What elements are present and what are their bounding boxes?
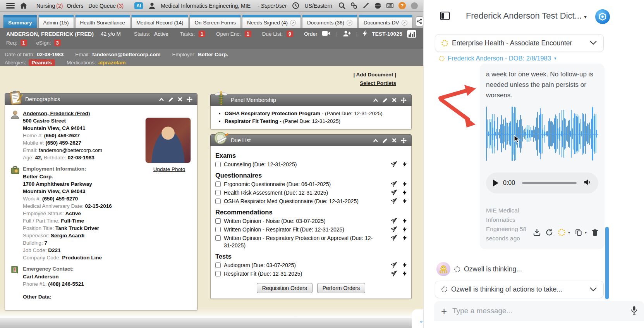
chart-tab[interactable]: Admin (15) ↗ (38, 15, 74, 28)
assistant-patient-label[interactable]: Frederick Anderson - DOB: 2/8/1983 (448, 55, 551, 62)
refresh-icon[interactable] (546, 229, 553, 236)
collapse-icon[interactable] (373, 138, 378, 143)
add-person-icon[interactable] (343, 31, 351, 38)
assistant-patient-selector[interactable]: Frederick Anderson - DOB: 2/8/1983 ▾ (439, 55, 556, 62)
allergy-badge[interactable]: Peanuts (29, 59, 55, 66)
conversation-title[interactable]: Frederick Anderson Test Dict...▾ (460, 11, 592, 21)
due-item-checkbox[interactable] (215, 162, 221, 167)
title-caret-icon[interactable]: ▾ (584, 14, 587, 20)
due-item-checkbox[interactable] (215, 271, 221, 276)
send-order-icon[interactable] (391, 262, 397, 268)
open-enc-count-badge[interactable]: 1 (245, 31, 251, 37)
download-icon[interactable] (533, 229, 541, 236)
link-icon[interactable] (350, 2, 357, 9)
chart-tab[interactable]: Documents-DV ↗ (359, 15, 412, 28)
send-order-icon[interactable] (391, 271, 397, 276)
move-icon[interactable] (401, 97, 407, 103)
copy-icon[interactable] (575, 229, 582, 236)
esign-count-badge[interactable]: 3 (54, 40, 61, 46)
flowsheet-icon[interactable] (407, 30, 416, 38)
video-call-icon[interactable] (322, 31, 331, 37)
popout-icon[interactable]: ↗ (290, 20, 296, 26)
chart-tab[interactable]: On Screen Forms ↗ (189, 15, 241, 28)
organization-label[interactable]: Medical Informatics Engineering, MIE (161, 3, 251, 9)
medication-link[interactable]: alprazolam (98, 60, 126, 66)
top-nav-item[interactable]: Orders (67, 3, 84, 9)
bolt-icon[interactable] (363, 30, 367, 38)
audio-waveform[interactable] (486, 107, 598, 161)
wand-icon[interactable] (362, 2, 369, 9)
actions-chevron-icon[interactable] (589, 285, 597, 293)
due-item-checkbox[interactable] (215, 218, 221, 224)
chart-tab[interactable]: Health Surveillance ↗ (75, 15, 130, 28)
due-item-checkbox[interactable] (215, 262, 221, 268)
play-button[interactable] (493, 180, 498, 186)
chart-tab[interactable]: Needs Signed (4) ↗ (242, 15, 301, 28)
assistant-scrollbar[interactable] (605, 227, 609, 299)
perform-order-icon[interactable] (403, 198, 407, 204)
send-order-icon[interactable] (391, 190, 397, 195)
requisition-orders-button[interactable]: Requisition Orders (257, 283, 313, 293)
edit-icon[interactable] (383, 98, 388, 103)
copy-caret-icon[interactable]: ▾ (585, 230, 587, 235)
audio-progress-slider[interactable] (522, 182, 577, 184)
tab-settings-icon[interactable] (416, 16, 423, 26)
order-link[interactable]: Order (304, 31, 318, 37)
help-icon[interactable]: ? (398, 2, 406, 9)
gear-menu-icon[interactable] (558, 229, 565, 236)
patient-name-link[interactable]: Anderson, Frederick (Fred) (23, 110, 90, 116)
timezone-label[interactable]: US/Eastern (304, 3, 332, 9)
send-order-icon[interactable] (391, 235, 397, 241)
update-photo-link[interactable]: Update Photo (153, 166, 185, 173)
due-item-checkbox[interactable] (215, 190, 221, 195)
due-list-count-badge[interactable]: 9 (287, 31, 293, 37)
edit-icon[interactable] (168, 97, 173, 102)
popout-icon[interactable]: ↗ (402, 20, 407, 26)
perform-order-icon[interactable] (403, 235, 407, 241)
due-item-checkbox[interactable] (215, 235, 221, 241)
patient-caret-icon[interactable]: ▾ (554, 56, 556, 61)
keyboard-icon[interactable] (386, 2, 393, 9)
encounter-selector[interactable]: Enterprise Health - Associate Encounter (435, 34, 604, 52)
tasks-count-badge[interactable]: 1 (199, 31, 205, 37)
perform-order-icon[interactable] (403, 226, 407, 232)
message-input[interactable] (452, 307, 625, 315)
send-order-icon[interactable] (391, 218, 397, 224)
due-item-checkbox[interactable] (215, 181, 221, 187)
close-icon[interactable] (178, 97, 182, 102)
due-item-checkbox[interactable] (215, 227, 221, 232)
microphone-icon[interactable] (631, 306, 637, 316)
send-order-icon[interactable] (391, 226, 397, 232)
home-icon[interactable] (20, 2, 27, 9)
top-nav-item[interactable]: Doc Queue (3) (88, 3, 124, 9)
due-item-checkbox[interactable] (215, 199, 221, 204)
perform-order-icon[interactable] (403, 218, 407, 224)
add-document-link[interactable]: Add Document (356, 72, 393, 78)
ai-badge[interactable]: AI (134, 2, 143, 9)
perform-orders-button[interactable]: Perform Orders (317, 283, 365, 293)
close-icon[interactable] (392, 98, 397, 102)
close-icon[interactable] (392, 138, 397, 143)
popout-icon[interactable]: ↗ (347, 20, 352, 26)
search-icon[interactable] (338, 2, 345, 9)
req-count-badge[interactable]: 1 (21, 40, 27, 46)
perform-order-icon[interactable] (403, 262, 407, 268)
perform-order-icon[interactable] (403, 181, 407, 187)
chart-tab[interactable]: Documents (36) ↗ (302, 15, 357, 28)
collapse-icon[interactable] (159, 97, 164, 102)
ozwell-logo[interactable] (595, 9, 610, 24)
move-icon[interactable] (187, 97, 192, 102)
chart-id[interactable]: TEST-10025 (372, 31, 402, 37)
send-order-icon[interactable] (391, 181, 397, 187)
select-portlets-link[interactable]: Select Portlets (360, 80, 396, 86)
collapse-icon[interactable] (373, 98, 378, 102)
perform-order-icon[interactable] (403, 161, 407, 167)
edit-icon[interactable] (383, 138, 388, 143)
volume-icon[interactable] (584, 178, 591, 188)
chevron-down-icon[interactable] (589, 40, 597, 47)
hamburger-menu-icon[interactable] (6, 3, 15, 9)
send-order-icon[interactable] (391, 198, 397, 204)
patient-name[interactable]: ANDERSON, FREDERICK (FRED) (6, 31, 94, 37)
gear-caret-icon[interactable]: ▾ (568, 230, 570, 235)
top-nav-item[interactable]: Nursing (2) (36, 3, 63, 9)
